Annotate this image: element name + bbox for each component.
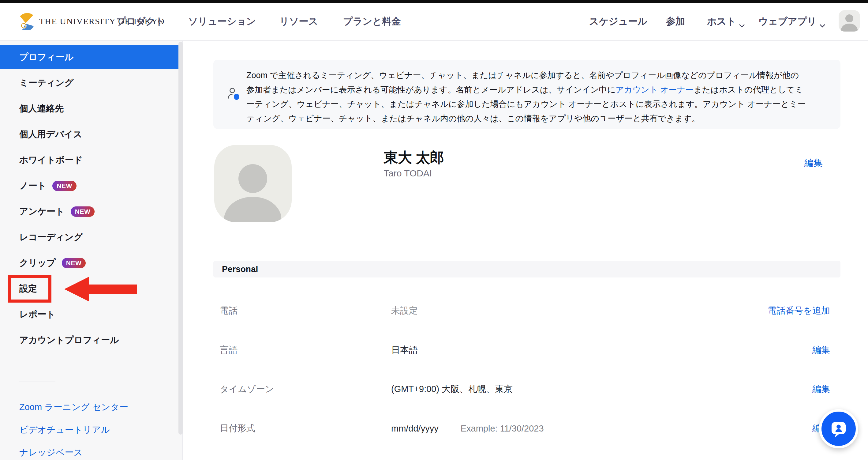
- sidebar-item-account-profile[interactable]: アカウントプロフィール: [0, 328, 182, 352]
- privacy-line: ティング、ウェビナー、チャット、またはチャネル内の他の人々は、この情報をアプリや…: [246, 112, 806, 126]
- user-shield-icon: [226, 87, 242, 103]
- sidebar-item-label: レポート: [19, 308, 55, 321]
- profile-display-name: 東大 太郎: [384, 148, 444, 167]
- sidebar-nav: プロフィール ミーティング 個人連絡先 個人用デバイス ホワイトボード ノートN…: [0, 41, 182, 352]
- sidebar-item-personal-devices[interactable]: 個人用デバイス: [0, 122, 182, 146]
- sidebar-item-label: ミーティング: [19, 77, 73, 89]
- privacy-line: 参加者またはメンバーに表示される可能性があります。名前とメールアドレスは、サイン…: [246, 83, 806, 97]
- nav-join[interactable]: 参加: [666, 15, 685, 28]
- language-label: 言語: [220, 344, 391, 356]
- support-chat-button[interactable]: [819, 409, 858, 448]
- date-format-label: 日付形式: [220, 422, 391, 435]
- phone-value: 未設定: [391, 305, 418, 317]
- language-edit-link[interactable]: 編集: [812, 344, 830, 356]
- personal-section-title: Personal: [222, 264, 258, 274]
- sidebar-link-learning-center[interactable]: Zoom ラーニング センター: [19, 401, 128, 413]
- sidebar-link-video-tutorials[interactable]: ビデオチュートリアル: [19, 424, 110, 436]
- sidebar-item-label: アンケート: [19, 205, 65, 218]
- nav-plans-pricing[interactable]: プランと料金: [343, 15, 401, 28]
- date-format-example: Example: 11/30/2023: [461, 424, 544, 434]
- annotation-arrow-icon: [64, 277, 89, 301]
- nav-host-label: ホスト: [707, 15, 736, 28]
- nav-web-app[interactable]: ウェブアプリ: [758, 15, 826, 28]
- timezone-edit-link[interactable]: 編集: [812, 383, 830, 395]
- nav-solutions[interactable]: ソリューション: [188, 15, 256, 28]
- person-silhouette-icon: [839, 10, 860, 32]
- timezone-value: (GMT+9:00) 大阪、札幌、東京: [391, 383, 513, 395]
- chevron-down-icon: [819, 19, 826, 24]
- sidebar-item-label: 個人用デバイス: [19, 128, 82, 141]
- nav-resources[interactable]: リソース: [279, 15, 318, 28]
- timezone-row: タイムゾーン (GMT+9:00) 大阪、札幌、東京 編集: [220, 383, 830, 395]
- personal-section-header: Personal: [213, 261, 840, 278]
- chat-person-icon: [827, 417, 850, 440]
- account-owner-link[interactable]: アカウント オーナー: [616, 85, 693, 94]
- annotation-arrow-shaft: [88, 285, 137, 294]
- sidebar: プロフィール ミーティング 個人連絡先 個人用デバイス ホワイトボード ノートN…: [0, 41, 183, 460]
- site-header: THE UNIVERSITY OF TOKYO プロダクト ソリューション リソ…: [0, 3, 868, 41]
- sidebar-item-profile[interactable]: プロフィール: [0, 45, 179, 69]
- sidebar-item-label: ノート: [19, 180, 46, 192]
- sidebar-item-label: アカウントプロフィール: [19, 334, 119, 346]
- sidebar-scrollbar[interactable]: [179, 42, 183, 435]
- nav-web-app-label: ウェブアプリ: [758, 15, 816, 28]
- sidebar-item-personal-contacts[interactable]: 個人連絡先: [0, 97, 182, 121]
- new-badge: NEW: [62, 258, 86, 268]
- utokyo-ginkgo-icon: [17, 12, 35, 31]
- timezone-label: タイムゾーン: [220, 383, 391, 395]
- account-avatar[interactable]: [839, 10, 860, 32]
- sidebar-item-label: プロフィール: [19, 51, 73, 63]
- nav-schedule[interactable]: スケジュール: [589, 15, 647, 28]
- phone-row: 電話 未設定 電話番号を追加: [220, 305, 830, 317]
- nav-host[interactable]: ホスト: [707, 15, 745, 28]
- date-format-value: mm/dd/yyyy: [391, 424, 439, 434]
- sidebar-item-label: クリップ: [19, 257, 56, 269]
- phone-label: 電話: [220, 305, 391, 317]
- window-top-strip: [0, 0, 868, 3]
- sidebar-item-notes[interactable]: ノートNEW: [0, 174, 182, 198]
- sidebar-item-label: レコーディング: [19, 231, 83, 243]
- person-silhouette-icon: [214, 145, 292, 222]
- privacy-line: Zoom で主催されるミーティング、ウェビナー、チャット、またはチャネルに参加す…: [246, 68, 806, 83]
- add-phone-number-link[interactable]: 電話番号を追加: [768, 305, 830, 317]
- language-value: 日本語: [391, 344, 418, 356]
- profile-avatar[interactable]: [214, 145, 292, 222]
- profile-romanized-name: Taro TODAI: [384, 168, 432, 178]
- sidebar-item-surveys[interactable]: アンケートNEW: [0, 200, 182, 224]
- new-badge: NEW: [52, 181, 76, 191]
- date-format-row: 日付形式 mm/dd/yyyy Example: 11/30/2023 編集: [220, 422, 830, 435]
- sidebar-item-label: ホワイトボード: [19, 154, 83, 166]
- chevron-down-icon: [739, 19, 745, 24]
- sidebar-item-whiteboard[interactable]: ホワイトボード: [0, 148, 182, 172]
- sidebar-item-recordings[interactable]: レコーディング: [0, 225, 182, 249]
- profile-edit-link[interactable]: 編集: [804, 157, 823, 169]
- privacy-notice: Zoom で主催されるミーティング、ウェビナー、チャット、またはチャネルに参加す…: [213, 60, 840, 129]
- sidebar-link-knowledge-base[interactable]: ナレッジベース: [19, 447, 83, 459]
- nav-products[interactable]: プロダクト: [116, 15, 165, 28]
- language-row: 言語 日本語 編集: [220, 344, 830, 356]
- privacy-notice-text: Zoom で主催されるミーティング、ウェビナー、チャット、またはチャネルに参加す…: [246, 68, 806, 126]
- privacy-line: ーティング、ウェビナー、チャット、またはチャネルに参加した場合にもアカウント オ…: [246, 97, 806, 112]
- zoom-web-portal-profile-page: THE UNIVERSITY OF TOKYO プロダクト ソリューション リソ…: [0, 0, 868, 460]
- sidebar-item-label: 個人連絡先: [19, 103, 64, 115]
- privacy-line-segment: またはホストの代理としてミ: [693, 85, 803, 94]
- privacy-line-segment: 参加者またはメンバーに表示される可能性があります。名前とメールアドレスは、サイン…: [246, 85, 616, 94]
- sidebar-item-reports[interactable]: レポート: [0, 303, 182, 326]
- annotation-highlight-box: [8, 275, 52, 303]
- sidebar-item-meetings[interactable]: ミーティング: [0, 71, 182, 95]
- sidebar-item-clips[interactable]: クリップNEW: [0, 251, 182, 275]
- new-badge: NEW: [71, 206, 95, 217]
- sidebar-divider: [19, 382, 55, 382]
